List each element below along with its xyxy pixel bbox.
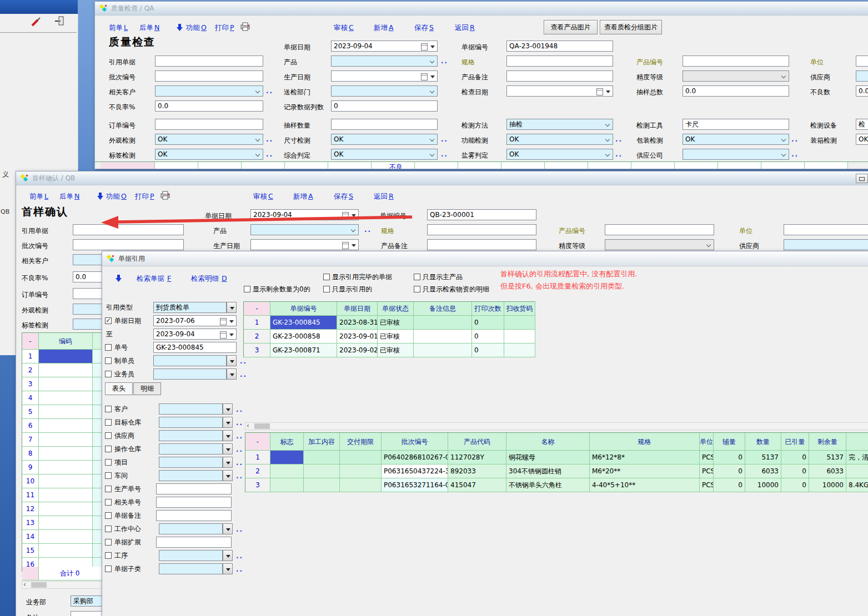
- defect-qty-field[interactable]: 0.0: [856, 85, 868, 97]
- cell[interactable]: 2023-09-02: [337, 344, 378, 357]
- cell[interactable]: P0640286810267-04: [382, 451, 448, 464]
- code-cell[interactable]: [39, 461, 93, 474]
- column-header[interactable]: -: [244, 302, 270, 316]
- column-header[interactable]: -: [22, 333, 39, 350]
- function-arrow-icon[interactable]: [97, 193, 103, 200]
- tab-header[interactable]: 表头: [105, 382, 133, 395]
- order-no-field[interactable]: [155, 119, 263, 130]
- prev-doc-link[interactable]: 前单L: [109, 23, 128, 33]
- filter-checkbox[interactable]: [105, 552, 112, 559]
- cell[interactable]: 0: [472, 330, 504, 344]
- row-number-cell[interactable]: 7: [22, 433, 39, 447]
- product-combo[interactable]: [331, 55, 438, 67]
- sample-qty-field[interactable]: [331, 119, 438, 130]
- code-cell[interactable]: [39, 447, 93, 461]
- cell[interactable]: [304, 451, 340, 464]
- column-header[interactable]: 标志: [270, 433, 304, 451]
- filter-checkbox[interactable]: [105, 472, 112, 479]
- column-header[interactable]: 交付期限: [340, 433, 382, 451]
- search-doc-link[interactable]: 检索单据F: [137, 274, 171, 284]
- filter-checkbox[interactable]: ✓: [105, 317, 112, 324]
- cell[interactable]: [504, 330, 535, 344]
- dropdown-button[interactable]: [223, 430, 233, 441]
- filter-checkbox[interactable]: [105, 526, 112, 532]
- filter-combo[interactable]: [159, 470, 223, 481]
- unit-field[interactable]: [856, 55, 868, 67]
- precision-combo[interactable]: [605, 239, 714, 250]
- dropdown-button[interactable]: [227, 355, 237, 366]
- sample-total-field[interactable]: 0.0: [683, 85, 789, 97]
- filter-checkbox[interactable]: [105, 459, 112, 466]
- dropdown-button[interactable]: [223, 470, 233, 481]
- cell[interactable]: [340, 478, 382, 492]
- prod-date-field[interactable]: [331, 70, 438, 82]
- row-number-cell[interactable]: 2: [245, 464, 270, 478]
- cell[interactable]: [340, 451, 382, 464]
- more-button[interactable]: ..: [266, 85, 273, 97]
- filter-checkbox[interactable]: [105, 357, 112, 364]
- supplier-combo[interactable]: [784, 239, 868, 250]
- filter-date-field[interactable]: 2023-09-04: [153, 329, 237, 340]
- code-cell[interactable]: [39, 502, 93, 516]
- cell[interactable]: PCS: [700, 478, 714, 492]
- cell[interactable]: PCS: [700, 451, 714, 464]
- filter-checkbox[interactable]: [105, 406, 112, 412]
- show-done-checkbox[interactable]: [323, 274, 330, 280]
- doc-no-field[interactable]: QB-23-00001: [427, 209, 536, 220]
- only-detail-checkbox[interactable]: [414, 286, 420, 292]
- back-link[interactable]: 返回R: [455, 23, 475, 33]
- more-button[interactable]: ..: [441, 149, 448, 160]
- filter-checkbox[interactable]: [105, 565, 112, 572]
- code-cell[interactable]: [39, 391, 93, 405]
- filter-combo[interactable]: [159, 563, 223, 574]
- row-number-cell[interactable]: 11: [22, 488, 39, 502]
- dropdown-button[interactable]: [227, 302, 237, 313]
- ref-doc-field[interactable]: [155, 55, 263, 67]
- dropdown-button[interactable]: [223, 563, 233, 574]
- prev-doc-link[interactable]: 前单L: [29, 191, 48, 201]
- dropdown-button[interactable]: [223, 457, 233, 468]
- cell[interactable]: [504, 316, 535, 330]
- print-link[interactable]: 打印P: [215, 23, 234, 33]
- cell[interactable]: GK-23-000845: [270, 316, 337, 330]
- cell[interactable]: 0: [781, 464, 809, 478]
- filter-input[interactable]: GK-23-000845: [153, 342, 237, 353]
- cell[interactable]: [414, 330, 472, 344]
- supply-co-combo[interactable]: [683, 149, 789, 160]
- cell[interactable]: 8.4KG,: [846, 478, 868, 492]
- code-cell[interactable]: [39, 433, 93, 447]
- column-header[interactable]: 备注信息: [414, 302, 472, 316]
- row-number-cell[interactable]: 8: [22, 447, 39, 461]
- cell[interactable]: 415047: [448, 478, 506, 492]
- cell[interactable]: [270, 464, 304, 478]
- row-number-cell[interactable]: 9: [22, 461, 39, 474]
- visual-combo[interactable]: OK: [155, 134, 263, 145]
- code-cell[interactable]: [39, 516, 93, 530]
- tool-icon[interactable]: [31, 16, 42, 27]
- rec-cols-field[interactable]: 0: [331, 100, 438, 112]
- function-arrow-icon[interactable]: [177, 24, 183, 31]
- more-button[interactable]: ..: [236, 551, 243, 562]
- cell[interactable]: 已审核: [378, 344, 414, 357]
- product-note-field[interactable]: [427, 239, 536, 250]
- cell[interactable]: 0: [714, 451, 745, 464]
- product-no-field[interactable]: [683, 55, 789, 67]
- product-note-field[interactable]: [506, 70, 613, 82]
- overall-combo[interactable]: OK: [331, 149, 438, 160]
- dropdown-button[interactable]: [223, 523, 233, 534]
- window-control-button[interactable]: [856, 174, 868, 183]
- cell[interactable]: 0: [472, 344, 504, 357]
- row-number-cell[interactable]: 3: [22, 377, 39, 391]
- cell[interactable]: 2023-08-31: [337, 316, 378, 330]
- cell[interactable]: M6*20**: [590, 464, 700, 478]
- cell[interactable]: 0: [714, 478, 745, 492]
- cell[interactable]: 4-40*5+10**: [590, 478, 700, 492]
- cell[interactable]: [340, 464, 382, 478]
- cell[interactable]: [414, 344, 472, 357]
- row-number-cell[interactable]: 12: [22, 502, 39, 516]
- row-number-cell[interactable]: 13: [22, 516, 39, 530]
- code-cell[interactable]: [39, 405, 93, 419]
- filter-checkbox[interactable]: [105, 512, 112, 519]
- column-header[interactable]: 单位: [700, 433, 714, 451]
- cell[interactable]: GK-23-000871: [270, 344, 337, 357]
